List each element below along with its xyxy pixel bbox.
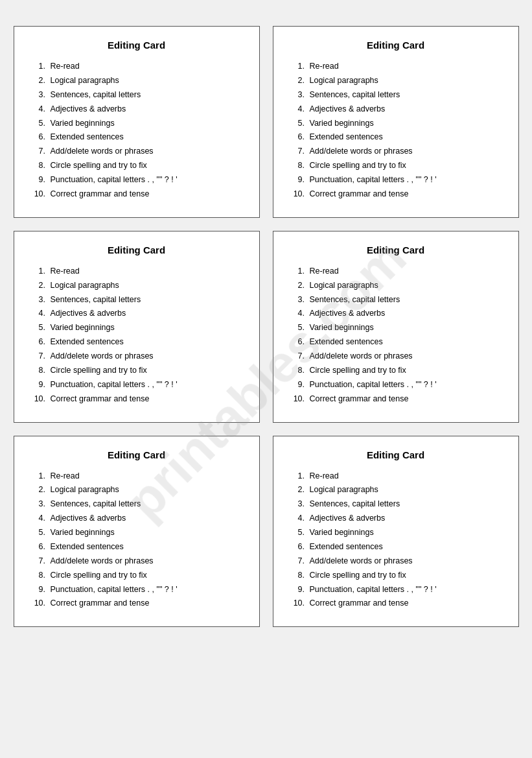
card-6-item-2: Logical paragraphs: [307, 483, 503, 497]
page: Editing CardRe-readLogical paragraphsSen…: [14, 26, 519, 627]
card-4-item-9: Punctuation, capital letters . , "" ? ! …: [307, 378, 503, 392]
card-list-2: Re-readLogical paragraphsSentences, capi…: [289, 60, 503, 202]
editing-card-2: Editing CardRe-readLogical paragraphsSen…: [273, 26, 519, 218]
card-1-item-8: Circle spelling and try to fix: [48, 159, 244, 173]
card-title-3: Editing Card: [30, 244, 244, 255]
card-4-item-3: Sentences, capital letters: [307, 293, 503, 307]
card-2-item-8: Circle spelling and try to fix: [307, 159, 503, 173]
card-2-item-2: Logical paragraphs: [307, 74, 503, 88]
card-3-item-9: Punctuation, capital letters . , "" ? ! …: [48, 378, 244, 392]
card-1-item-7: Add/delete words or phrases: [48, 145, 244, 159]
card-4-item-8: Circle spelling and try to fix: [307, 364, 503, 378]
card-3-item-3: Sentences, capital letters: [48, 293, 244, 307]
card-2-item-1: Re-read: [307, 60, 503, 74]
card-6-item-7: Add/delete words or phrases: [307, 554, 503, 569]
card-2-item-7: Add/delete words or phrases: [307, 145, 503, 159]
card-2-item-4: Adjectives & adverbs: [307, 102, 503, 117]
card-2-item-3: Sentences, capital letters: [307, 88, 503, 102]
card-2-item-10: Correct grammar and tense: [307, 187, 503, 202]
card-6-item-9: Punctuation, capital letters . , "" ? ! …: [307, 583, 503, 597]
card-1-item-5: Varied beginnings: [48, 117, 244, 131]
editing-card-4: Editing CardRe-readLogical paragraphsSen…: [273, 231, 519, 423]
card-4-item-5: Varied beginnings: [307, 321, 503, 335]
card-1-item-2: Logical paragraphs: [48, 74, 244, 88]
card-4-item-10: Correct grammar and tense: [307, 392, 503, 407]
editing-card-6: Editing CardRe-readLogical paragraphsSen…: [273, 436, 519, 628]
card-5-item-6: Extended sentences: [48, 540, 244, 554]
card-3-item-7: Add/delete words or phrases: [48, 349, 244, 364]
card-5-item-4: Adjectives & adverbs: [48, 512, 244, 526]
card-list-6: Re-readLogical paragraphsSentences, capi…: [289, 469, 503, 611]
card-5-item-8: Circle spelling and try to fix: [48, 569, 244, 583]
card-title-6: Editing Card: [289, 449, 503, 460]
card-6-item-8: Circle spelling and try to fix: [307, 569, 503, 583]
card-5-item-1: Re-read: [48, 469, 244, 484]
card-list-4: Re-readLogical paragraphsSentences, capi…: [289, 265, 503, 407]
card-3-item-5: Varied beginnings: [48, 321, 244, 335]
card-3-item-10: Correct grammar and tense: [48, 392, 244, 407]
card-3-item-8: Circle spelling and try to fix: [48, 364, 244, 378]
card-3-item-6: Extended sentences: [48, 335, 244, 349]
card-4-item-6: Extended sentences: [307, 335, 503, 349]
card-title-5: Editing Card: [30, 449, 244, 460]
card-4-item-1: Re-read: [307, 265, 503, 279]
card-5-item-3: Sentences, capital letters: [48, 497, 244, 512]
editing-card-5: Editing CardRe-readLogical paragraphsSen…: [14, 436, 260, 628]
editing-card-3: Editing CardRe-readLogical paragraphsSen…: [14, 231, 260, 423]
card-5-item-5: Varied beginnings: [48, 526, 244, 540]
card-6-item-3: Sentences, capital letters: [307, 497, 503, 512]
card-list-3: Re-readLogical paragraphsSentences, capi…: [30, 265, 244, 407]
editing-card-1: Editing CardRe-readLogical paragraphsSen…: [14, 26, 260, 218]
card-6-item-5: Varied beginnings: [307, 526, 503, 540]
card-1-item-6: Extended sentences: [48, 130, 244, 145]
card-5-item-9: Punctuation, capital letters . , "" ? ! …: [48, 583, 244, 597]
card-list-1: Re-readLogical paragraphsSentences, capi…: [30, 60, 244, 202]
card-5-item-2: Logical paragraphs: [48, 483, 244, 497]
card-2-item-9: Punctuation, capital letters . , "" ? ! …: [307, 173, 503, 187]
card-6-item-6: Extended sentences: [307, 540, 503, 554]
card-6-item-4: Adjectives & adverbs: [307, 512, 503, 526]
card-6-item-10: Correct grammar and tense: [307, 597, 503, 611]
card-6-item-1: Re-read: [307, 469, 503, 484]
card-1-item-9: Punctuation, capital letters . , "" ? ! …: [48, 173, 244, 187]
card-title-1: Editing Card: [30, 40, 244, 51]
card-list-5: Re-readLogical paragraphsSentences, capi…: [30, 469, 244, 611]
card-1-item-1: Re-read: [48, 60, 244, 74]
card-3-item-1: Re-read: [48, 265, 244, 279]
card-4-item-2: Logical paragraphs: [307, 279, 503, 293]
card-5-item-7: Add/delete words or phrases: [48, 554, 244, 569]
card-5-item-10: Correct grammar and tense: [48, 597, 244, 611]
card-1-item-3: Sentences, capital letters: [48, 88, 244, 102]
card-4-item-4: Adjectives & adverbs: [307, 307, 503, 321]
card-3-item-2: Logical paragraphs: [48, 279, 244, 293]
card-4-item-7: Add/delete words or phrases: [307, 349, 503, 364]
card-2-item-5: Varied beginnings: [307, 117, 503, 131]
card-title-4: Editing Card: [289, 244, 503, 255]
card-3-item-4: Adjectives & adverbs: [48, 307, 244, 321]
card-1-item-10: Correct grammar and tense: [48, 187, 244, 202]
card-1-item-4: Adjectives & adverbs: [48, 102, 244, 117]
card-2-item-6: Extended sentences: [307, 130, 503, 145]
card-title-2: Editing Card: [289, 40, 503, 51]
